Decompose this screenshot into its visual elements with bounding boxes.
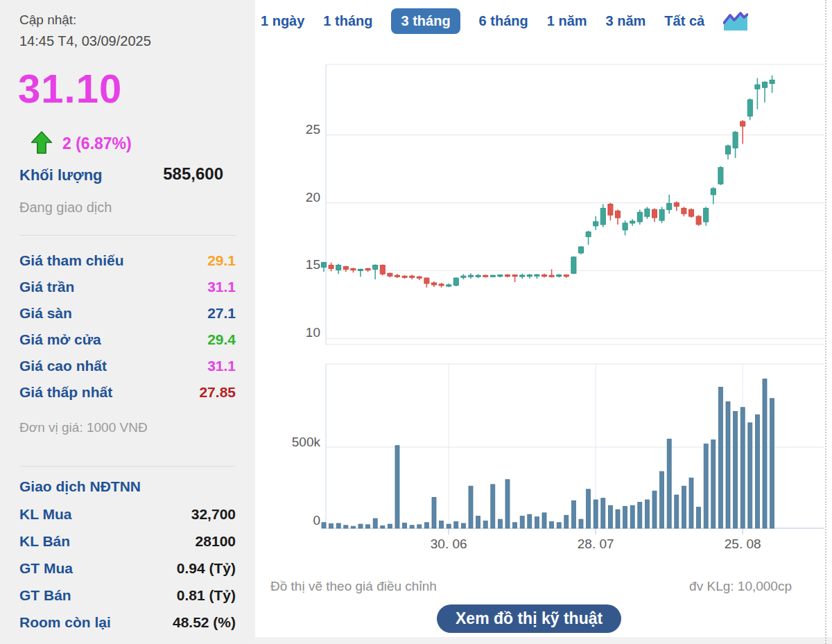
- candle[interactable]: [755, 78, 760, 110]
- volume-bar[interactable]: [734, 412, 738, 529]
- volume-bar[interactable]: [440, 521, 444, 529]
- candle[interactable]: [520, 274, 525, 279]
- candle[interactable]: [600, 204, 605, 227]
- volume-bar[interactable]: [388, 524, 392, 528]
- volume-bar[interactable]: [329, 523, 333, 528]
- candle[interactable]: [469, 273, 474, 279]
- volume-bar[interactable]: [417, 525, 422, 528]
- volume-series[interactable]: [322, 379, 774, 528]
- volume-bar[interactable]: [498, 519, 502, 528]
- candle[interactable]: [476, 274, 480, 278]
- candle[interactable]: [733, 131, 738, 158]
- candle[interactable]: [718, 166, 723, 185]
- volume-bar[interactable]: [557, 523, 561, 528]
- candle[interactable]: [542, 274, 547, 278]
- candle[interactable]: [637, 209, 642, 225]
- candle[interactable]: [608, 203, 613, 220]
- volume-bar[interactable]: [550, 522, 554, 528]
- volume-bar[interactable]: [579, 519, 583, 528]
- volume-bar[interactable]: [432, 498, 436, 529]
- volume-bar[interactable]: [711, 440, 716, 529]
- volume-bar[interactable]: [770, 399, 774, 528]
- candle[interactable]: [373, 265, 378, 280]
- volume-bar[interactable]: [528, 514, 532, 528]
- volume-bar[interactable]: [395, 446, 399, 528]
- candle[interactable]: [490, 275, 495, 277]
- candle[interactable]: [322, 262, 327, 272]
- candle[interactable]: [395, 274, 400, 278]
- candle[interactable]: [696, 215, 701, 226]
- candle[interactable]: [512, 275, 517, 282]
- candle[interactable]: [461, 274, 466, 279]
- volume-bar[interactable]: [373, 519, 377, 528]
- candle[interactable]: [527, 274, 532, 278]
- volume-bar[interactable]: [571, 501, 575, 528]
- candle[interactable]: [616, 209, 621, 225]
- candle[interactable]: [747, 98, 752, 120]
- candle[interactable]: [483, 275, 488, 277]
- volume-bar[interactable]: [424, 523, 428, 528]
- candle[interactable]: [365, 268, 370, 272]
- candle[interactable]: [424, 277, 429, 288]
- candle[interactable]: [402, 275, 407, 279]
- volume-bar[interactable]: [483, 521, 487, 529]
- volume-bar[interactable]: [344, 525, 348, 528]
- candle[interactable]: [593, 216, 598, 230]
- volume-bar[interactable]: [476, 516, 480, 529]
- volume-bar[interactable]: [322, 523, 326, 528]
- volume-bar[interactable]: [410, 525, 414, 528]
- candle[interactable]: [645, 207, 650, 219]
- candle[interactable]: [447, 284, 451, 287]
- candle[interactable]: [505, 274, 510, 277]
- candle[interactable]: [388, 272, 392, 277]
- candle[interactable]: [351, 268, 356, 273]
- candle[interactable]: [557, 274, 562, 277]
- candle[interactable]: [674, 202, 679, 211]
- candle[interactable]: [571, 256, 576, 275]
- volume-bar[interactable]: [358, 524, 363, 528]
- volume-bar[interactable]: [630, 505, 634, 528]
- volume-bar[interactable]: [755, 415, 759, 528]
- volume-bar[interactable]: [601, 498, 605, 528]
- volume-bar[interactable]: [689, 478, 693, 529]
- volume-bar[interactable]: [447, 524, 451, 528]
- volume-bar[interactable]: [564, 515, 569, 528]
- volume-bar[interactable]: [718, 387, 722, 528]
- candle[interactable]: [535, 274, 539, 279]
- volume-bar[interactable]: [336, 523, 340, 528]
- candle[interactable]: [432, 281, 437, 287]
- price-volume-chart[interactable]: 10152025500k030. 0628. 0725. 08: [255, 0, 832, 637]
- candle[interactable]: [417, 276, 422, 280]
- volume-bar[interactable]: [469, 486, 473, 528]
- volume-bar[interactable]: [608, 505, 612, 528]
- volume-bar[interactable]: [638, 503, 642, 528]
- candle[interactable]: [329, 263, 333, 272]
- volume-bar[interactable]: [461, 523, 465, 528]
- volume-bar[interactable]: [704, 444, 708, 528]
- candle[interactable]: [726, 144, 731, 159]
- candle[interactable]: [336, 264, 341, 275]
- volume-bar[interactable]: [366, 525, 370, 528]
- candle[interactable]: [689, 208, 694, 218]
- volume-bar[interactable]: [740, 408, 745, 528]
- candle[interactable]: [453, 277, 458, 286]
- volume-bar[interactable]: [726, 402, 730, 529]
- volume-bar[interactable]: [454, 522, 458, 528]
- candle[interactable]: [763, 82, 768, 103]
- volume-bar[interactable]: [403, 523, 407, 529]
- volume-bar[interactable]: [652, 491, 657, 528]
- volume-bar[interactable]: [491, 485, 495, 528]
- volume-bar[interactable]: [520, 516, 524, 529]
- candle[interactable]: [652, 208, 657, 222]
- candle[interactable]: [564, 275, 569, 278]
- candle[interactable]: [740, 120, 745, 143]
- candle[interactable]: [770, 76, 774, 93]
- volume-bar[interactable]: [381, 526, 385, 529]
- candle[interactable]: [667, 195, 672, 214]
- volume-bar[interactable]: [593, 500, 598, 528]
- candle[interactable]: [659, 207, 664, 223]
- candlestick-series[interactable]: [322, 76, 775, 288]
- technical-chart-button[interactable]: Xem đồ thị kỹ thuật: [437, 604, 621, 633]
- volume-bar[interactable]: [682, 486, 686, 528]
- volume-bar[interactable]: [623, 506, 627, 528]
